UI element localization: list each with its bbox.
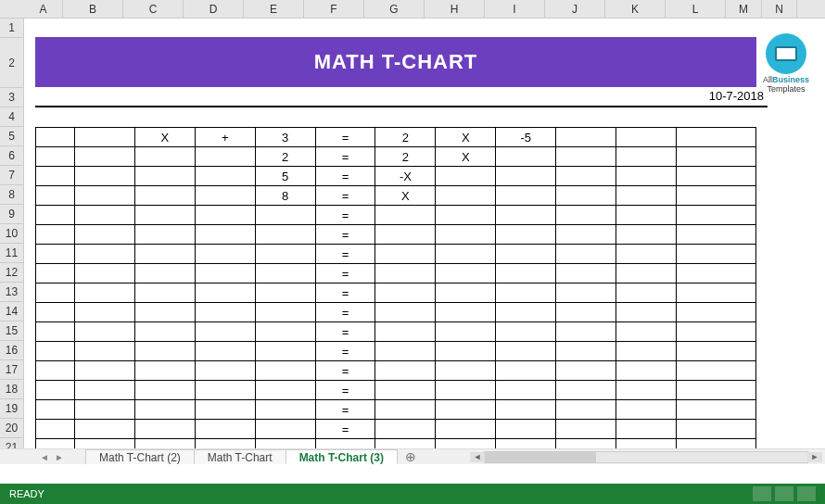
- cell-r20-c3[interactable]: [195, 420, 255, 439]
- page-break-view-button[interactable]: [797, 486, 816, 501]
- cell-r9-c1[interactable]: [74, 206, 134, 225]
- cell-r5-c3[interactable]: +: [195, 128, 255, 147]
- cell-r5-c9[interactable]: [556, 128, 616, 147]
- row-header-12[interactable]: 12: [0, 263, 24, 283]
- cell-r6-c1[interactable]: [74, 147, 134, 167]
- cell-r13-c4[interactable]: [255, 284, 315, 303]
- cell-r8-c5[interactable]: =: [315, 186, 375, 206]
- cell-r9-c4[interactable]: [255, 206, 315, 225]
- cell-r12-c3[interactable]: [195, 264, 255, 284]
- column-header-B[interactable]: B: [63, 0, 123, 18]
- cell-r9-c6[interactable]: [375, 206, 436, 225]
- row-header-7[interactable]: 7: [0, 166, 24, 185]
- cell-r17-c10[interactable]: [616, 361, 677, 381]
- cell-r15-c3[interactable]: [195, 322, 255, 342]
- column-header-E[interactable]: E: [244, 0, 304, 18]
- cell-r19-c7[interactable]: [436, 400, 496, 420]
- cell-r12-c0[interactable]: [36, 264, 75, 284]
- cell-r8-c3[interactable]: [195, 186, 255, 206]
- cell-r16-c2[interactable]: [134, 342, 195, 361]
- cell-r18-c5[interactable]: =: [315, 381, 375, 400]
- cell-r5-c6[interactable]: 2: [375, 128, 436, 147]
- column-header-A[interactable]: A: [24, 0, 63, 18]
- cell-r10-c4[interactable]: [255, 225, 315, 245]
- select-all-corner[interactable]: [0, 0, 24, 18]
- cell-r15-c1[interactable]: [74, 322, 134, 342]
- cell-r15-c11[interactable]: [677, 322, 756, 342]
- row-header-2[interactable]: 2: [0, 38, 24, 88]
- cell-r15-c9[interactable]: [556, 322, 616, 342]
- cell-r13-c11[interactable]: [677, 284, 756, 303]
- cell-r6-c5[interactable]: =: [315, 147, 375, 167]
- cell-r20-c5[interactable]: =: [315, 420, 375, 439]
- cell-r12-c6[interactable]: [375, 264, 436, 284]
- row-header-20[interactable]: 20: [0, 419, 24, 438]
- column-header-H[interactable]: H: [425, 0, 485, 18]
- row-header-15[interactable]: 15: [0, 321, 24, 341]
- new-sheet-button[interactable]: ⊕: [397, 449, 425, 464]
- cell-r6-c10[interactable]: [616, 147, 677, 167]
- cell-r13-c8[interactable]: [496, 284, 556, 303]
- cell-r5-c5[interactable]: =: [315, 128, 375, 147]
- cell-r6-c11[interactable]: [677, 147, 756, 167]
- cell-r18-c8[interactable]: [496, 381, 556, 400]
- cell-r11-c11[interactable]: [677, 245, 756, 264]
- cell-r6-c2[interactable]: [134, 147, 195, 167]
- cell-r7-c3[interactable]: [195, 167, 255, 186]
- cell-r7-c0[interactable]: [36, 167, 75, 186]
- cell-r8-c10[interactable]: [616, 186, 677, 206]
- cell-r5-c2[interactable]: X: [134, 128, 195, 147]
- row-header-9[interactable]: 9: [0, 205, 24, 224]
- cell-r19-c3[interactable]: [195, 400, 255, 420]
- page-layout-view-button[interactable]: [775, 486, 793, 501]
- cell-r14-c5[interactable]: =: [315, 303, 375, 322]
- cell-r7-c5[interactable]: =: [315, 167, 375, 186]
- cell-r10-c11[interactable]: [677, 225, 756, 245]
- cell-r10-c0[interactable]: [36, 225, 75, 245]
- scroll-left-arrow[interactable]: ◄: [470, 452, 485, 462]
- cell-r12-c9[interactable]: [556, 264, 616, 284]
- cell-r14-c1[interactable]: [74, 303, 134, 322]
- cell-r10-c6[interactable]: [375, 225, 436, 245]
- cell-r18-c10[interactable]: [616, 381, 677, 400]
- cell-r13-c3[interactable]: [195, 284, 255, 303]
- cell-r12-c10[interactable]: [616, 264, 677, 284]
- normal-view-button[interactable]: [753, 486, 771, 501]
- cell-r20-c2[interactable]: [134, 420, 195, 439]
- cell-r17-c9[interactable]: [556, 361, 616, 381]
- cell-r16-c3[interactable]: [195, 342, 255, 361]
- cell-r5-c8[interactable]: -5: [496, 128, 556, 147]
- cell-r17-c4[interactable]: [255, 361, 315, 381]
- cell-r16-c9[interactable]: [556, 342, 616, 361]
- cell-r11-c1[interactable]: [74, 245, 134, 264]
- cell-r9-c10[interactable]: [616, 206, 677, 225]
- cell-r12-c11[interactable]: [677, 264, 756, 284]
- cell-r13-c0[interactable]: [36, 284, 75, 303]
- cell-r5-c4[interactable]: 3: [255, 128, 315, 147]
- cell-r8-c6[interactable]: X: [375, 186, 436, 206]
- column-header-F[interactable]: F: [304, 0, 364, 18]
- cell-r14-c7[interactable]: [436, 303, 496, 322]
- cell-r20-c11[interactable]: [677, 420, 756, 439]
- row-header-17[interactable]: 17: [0, 360, 24, 380]
- scroll-right-arrow[interactable]: ►: [807, 452, 822, 462]
- cell-r11-c9[interactable]: [556, 245, 616, 264]
- cell-r20-c1[interactable]: [74, 420, 134, 439]
- cell-r16-c1[interactable]: [74, 342, 134, 361]
- cell-r18-c1[interactable]: [74, 381, 134, 400]
- cell-r11-c0[interactable]: [36, 245, 75, 264]
- cell-r7-c11[interactable]: [677, 167, 756, 186]
- cell-r5-c11[interactable]: [677, 128, 756, 147]
- cell-r7-c9[interactable]: [556, 167, 616, 186]
- cell-r11-c6[interactable]: [375, 245, 436, 264]
- horizontal-scroll-thumb[interactable]: [485, 452, 596, 462]
- row-header-6[interactable]: 6: [0, 146, 24, 166]
- cell-r18-c6[interactable]: [375, 381, 436, 400]
- row-header-4[interactable]: 4: [0, 107, 24, 127]
- cell-r8-c11[interactable]: [677, 186, 756, 206]
- cell-r17-c7[interactable]: [436, 361, 496, 381]
- cell-r14-c8[interactable]: [496, 303, 556, 322]
- tab-nav-prev[interactable]: ◄: [37, 449, 52, 464]
- cell-r16-c0[interactable]: [36, 342, 75, 361]
- cell-r12-c4[interactable]: [255, 264, 315, 284]
